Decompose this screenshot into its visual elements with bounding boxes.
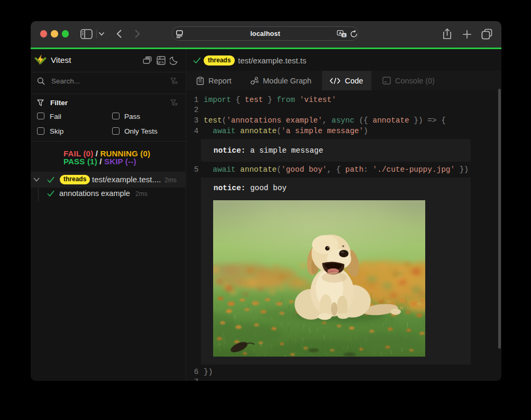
svg-text:x: x: [343, 33, 345, 37]
svg-text:A: A: [338, 30, 342, 35]
